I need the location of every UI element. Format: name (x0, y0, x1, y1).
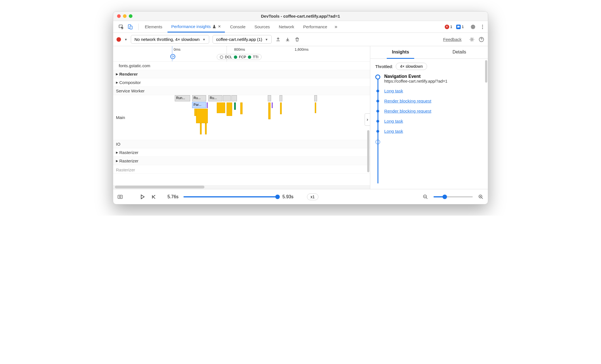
time-end: 5.93s (283, 194, 293, 199)
traffic-lights (117, 14, 132, 18)
throttle-summary: Throttled: 4× slowdown (370, 59, 488, 74)
nav-event-title: Navigation Event (384, 74, 448, 79)
zoom-slider[interactable] (434, 196, 473, 197)
track-row-main: Main Run... Ru... Ru... Par... (113, 95, 370, 140)
record-button[interactable] (117, 37, 121, 42)
timeline-panel: ⟳ 0ms 800ms 1,600ms DCL FCP TTI (113, 46, 370, 189)
horizontal-scrollbar[interactable] (113, 185, 370, 189)
flame-block-parse[interactable]: Par... (192, 102, 206, 108)
insights-list: Navigation Event https://coffee-cart.net… (370, 74, 488, 153)
svg-rect-8 (118, 195, 122, 199)
flame-bar[interactable] (227, 102, 232, 116)
panel-tabs: Elements Performance insights ✕ Console … (113, 21, 488, 33)
track-row: ▶Rasterizer (113, 157, 370, 165)
tab-performance-insights[interactable]: Performance insights ✕ (167, 21, 225, 32)
track-row: fonts.gstatic.com (113, 62, 370, 70)
flame-block[interactable] (231, 95, 237, 101)
insights-tabs: Insights Details (370, 46, 488, 59)
zoom-out-icon[interactable] (422, 194, 428, 200)
vertical-scrollbar[interactable] (367, 130, 369, 172)
track-row: Service Worker (113, 87, 370, 95)
insight-link[interactable]: Long task (384, 88, 403, 94)
insight-link[interactable]: Render blocking request (384, 99, 431, 104)
flame-bar[interactable] (315, 102, 316, 113)
flame-bar[interactable] (272, 102, 273, 108)
insight-link[interactable]: Long task (384, 129, 403, 134)
svg-point-5 (482, 28, 483, 29)
flame-block[interactable]: Ru... (208, 95, 222, 101)
throttle-pill[interactable]: 4× slowdown (396, 63, 427, 70)
throttling-select[interactable]: No network throttling, 4× slowdown ▼ (131, 35, 209, 44)
maximize-window-button[interactable] (129, 14, 132, 18)
close-window-button[interactable] (117, 14, 121, 18)
tab-elements[interactable]: Elements (141, 22, 166, 32)
dcl-marker-icon (220, 55, 223, 59)
errors-badge[interactable]: ✕ 1 (445, 25, 452, 29)
tab-insights[interactable]: Insights (387, 46, 414, 59)
timeline-rail (378, 79, 378, 183)
svg-point-3 (482, 25, 483, 25)
time-cursor[interactable] (172, 46, 173, 61)
messages-badge[interactable]: 1 (456, 25, 464, 29)
flame-bar[interactable] (207, 102, 208, 108)
help-icon[interactable] (478, 36, 484, 43)
timeline-rows[interactable]: fonts.gstatic.com ▶Renderer ▶Compositor … (113, 62, 370, 185)
tti-marker-icon (248, 55, 251, 59)
minimize-window-button[interactable] (123, 14, 127, 18)
flame-bar[interactable] (240, 102, 243, 114)
flame-bar[interactable] (234, 102, 236, 110)
playback-speed[interactable]: x1 (307, 193, 318, 200)
flame-block[interactable] (314, 95, 317, 101)
flame-block[interactable]: Ru... (192, 95, 206, 101)
insight-link[interactable]: Long task (384, 119, 403, 124)
flame-bar[interactable] (268, 102, 271, 119)
track-row: IO (113, 140, 370, 148)
tab-details[interactable]: Details (448, 46, 471, 59)
tab-console[interactable]: Console (226, 22, 249, 32)
play-button[interactable] (139, 194, 146, 200)
expand-sidebar-button[interactable]: › (365, 113, 370, 126)
kebab-menu-icon[interactable] (479, 24, 486, 30)
record-options-caret[interactable]: ▼ (124, 38, 127, 41)
vertical-scrollbar[interactable] (485, 60, 487, 83)
svg-point-9 (119, 196, 121, 198)
flame-block[interactable] (279, 95, 282, 101)
insight-link[interactable]: Render blocking request (384, 109, 431, 114)
more-tabs-button[interactable]: » (332, 24, 339, 30)
device-toggle-icon[interactable] (127, 24, 133, 30)
flame-bar[interactable] (196, 109, 208, 123)
panel-settings-icon[interactable] (469, 36, 475, 43)
feedback-link[interactable]: Feedback (443, 37, 462, 42)
main-thread-flame[interactable]: Run... Ru... Ru... Par... (172, 95, 370, 140)
window-title: DevTools - coffee-cart.netlify.app/?ad=1 (261, 14, 340, 18)
settings-icon[interactable] (470, 24, 476, 30)
flame-block[interactable]: Run... (175, 95, 190, 101)
svg-point-6 (471, 39, 473, 40)
tab-sources[interactable]: Sources (250, 22, 274, 32)
timeline-ruler[interactable]: ⟳ 0ms 800ms 1,600ms DCL FCP TTI (113, 46, 370, 62)
timeline-markers-pill[interactable]: DCL FCP TTI (217, 54, 262, 60)
rewind-button[interactable] (151, 194, 157, 200)
page-select[interactable]: coffee-cart.netlify.app (1) ▼ (213, 35, 272, 44)
track-row: Rasterizer (113, 165, 370, 174)
flame-bar[interactable] (200, 123, 202, 134)
tab-performance[interactable]: Performance (299, 22, 331, 32)
flame-block[interactable] (223, 95, 231, 101)
screenshot-toggle-icon[interactable] (117, 194, 123, 200)
playback-slider[interactable] (183, 196, 277, 197)
delete-icon[interactable] (294, 36, 300, 43)
tab-network[interactable]: Network (275, 22, 298, 32)
navigation-start-marker[interactable]: ⟳ (170, 54, 175, 59)
flame-block[interactable] (268, 95, 271, 101)
upload-icon[interactable] (275, 36, 281, 43)
time-marker-line (227, 46, 227, 61)
download-icon[interactable] (285, 36, 291, 43)
titlebar: DevTools - coffee-cart.netlify.app/?ad=1 (113, 11, 488, 21)
close-tab-icon[interactable]: ✕ (218, 24, 221, 29)
flame-bar[interactable] (205, 123, 207, 134)
flame-bar[interactable] (217, 102, 225, 113)
devtools-window: DevTools - coffee-cart.netlify.app/?ad=1… (113, 11, 488, 204)
zoom-in-icon[interactable] (478, 194, 484, 200)
flame-bar[interactable] (280, 102, 282, 114)
inspect-element-icon[interactable] (118, 24, 124, 30)
